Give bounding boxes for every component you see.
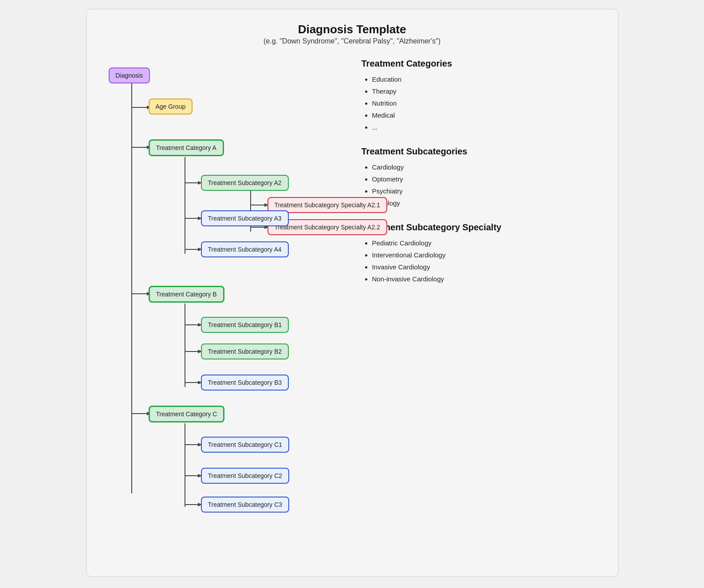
list-item: Invasive Cardiology [372, 261, 600, 273]
sub-a3-node: Treatment Subcategory A3 [201, 210, 289, 226]
diagnosis-node: Diagnosis [109, 67, 150, 83]
page-title-section: Diagnosis Template (e.g. "Down Syndrome"… [104, 23, 600, 45]
subcategories-legend-title: Treatment Subcategories [362, 146, 600, 157]
sub-c2-node: Treatment Subcategory C2 [201, 468, 290, 484]
specialty-legend-title: Treatment Subcategory Specialty [362, 222, 600, 233]
list-item: Cardiology [372, 161, 600, 173]
list-item: Education [372, 73, 600, 85]
list-item: Nutrition [372, 97, 600, 109]
main-layout: Diagnosis Age Group Treatment Category A… [104, 59, 600, 547]
categories-legend: Treatment Categories Education Therapy N… [362, 59, 600, 133]
tree-section: Diagnosis Age Group Treatment Category A… [104, 59, 335, 547]
category-a-node: Treatment Category A [149, 139, 224, 156]
category-c-node: Treatment Category C [149, 406, 225, 422]
sub-c1-node: Treatment Subcategory C1 [201, 437, 290, 453]
list-item: Oncology [372, 197, 600, 209]
subcategories-list: Cardiology Optometry Psychiatry Oncology [362, 161, 600, 209]
list-item: Medical [372, 109, 600, 121]
list-item: ... [372, 121, 600, 133]
sub-b1-node: Treatment Subcategory B1 [201, 317, 289, 333]
list-item: Pediatric Cardiology [372, 237, 600, 249]
sub-b3-node: Treatment Subcategory B3 [201, 375, 289, 391]
sub-c3-node: Treatment Subcategory C3 [201, 497, 290, 513]
list-item: Therapy [372, 85, 600, 97]
page-title: Diagnosis Template [104, 23, 600, 36]
list-item: Optometry [372, 173, 600, 185]
specialty-list: Pediatric Cardiology Interventional Card… [362, 237, 600, 285]
legend-section: Treatment Categories Education Therapy N… [353, 59, 600, 547]
age-group-node: Age Group [149, 99, 193, 114]
sub-a2-node: Treatment Subcategory A2 [201, 175, 289, 191]
sub-b2-node: Treatment Subcategory B2 [201, 343, 289, 359]
sub-a4-node: Treatment Subcategory A4 [201, 241, 289, 257]
page-container: Diagnosis Template (e.g. "Down Syndrome"… [86, 9, 618, 577]
categories-list: Education Therapy Nutrition Medical ... [362, 73, 600, 133]
specialty-legend: Treatment Subcategory Specialty Pediatri… [362, 222, 600, 285]
list-item: Interventional Cardiology [372, 249, 600, 261]
list-item: Psychiatry [372, 185, 600, 197]
list-item: Non-invasive Cardiology [372, 273, 600, 285]
subcategories-legend: Treatment Subcategories Cardiology Optom… [362, 146, 600, 209]
categories-legend-title: Treatment Categories [362, 59, 600, 69]
page-subtitle: (e.g. "Down Syndrome", "Cerebral Palsy",… [104, 37, 600, 45]
tree-wrapper: Diagnosis Age Group Treatment Category A… [104, 59, 330, 547]
category-b-node: Treatment Category B [149, 286, 224, 303]
